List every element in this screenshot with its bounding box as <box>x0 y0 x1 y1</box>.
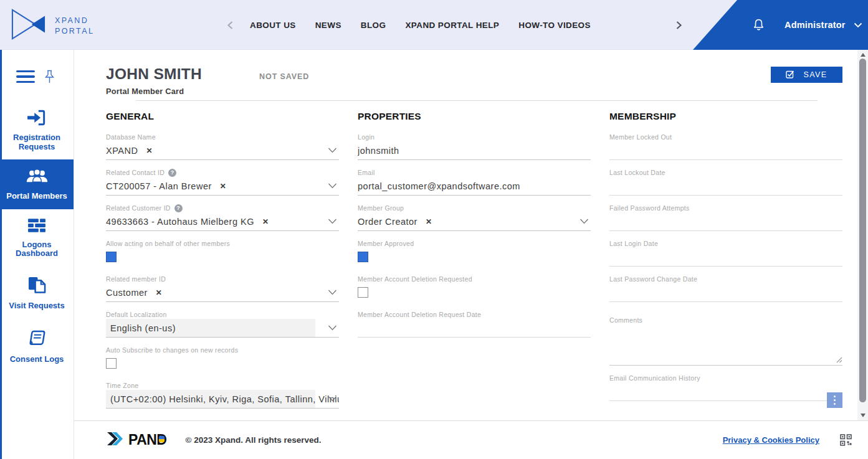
select-time-zone[interactable]: (UTC+02:00) Helsinki, Kyiv, Riga, Sofia,… <box>106 390 339 409</box>
field-label: Database Name <box>106 133 339 141</box>
resize-grip[interactable] <box>836 357 842 363</box>
select-related-contact-id[interactable]: CT200057 - Alan Brewer✕ <box>106 177 339 196</box>
field-label-text: Email Communication History <box>609 374 700 382</box>
chevron-down-icon[interactable] <box>328 219 337 224</box>
input-email[interactable]: portal_customer@xpandsoftware.com <box>358 177 591 196</box>
field-failed-password-attempts: Failed Password Attempts <box>609 204 842 231</box>
sidebar-item-consent-logs[interactable]: Consent Logs <box>0 320 74 374</box>
field-label: Allow acting on behalf of other members <box>106 239 339 248</box>
field-label: Member Approved <box>358 239 591 248</box>
vertical-scrollbar[interactable] <box>857 50 868 420</box>
textarea-comments[interactable] <box>609 324 842 366</box>
field-label-text: Default Localization <box>106 311 167 318</box>
input-login[interactable]: johnsmith <box>358 141 591 160</box>
chevron-down-icon[interactable] <box>579 219 589 224</box>
field-label-text: Login <box>358 133 374 141</box>
field-label: Auto Subscribe to changes on new records <box>106 346 339 354</box>
checkbox-auto-subscribe-to-changes-on-new-records[interactable] <box>106 358 117 369</box>
nav-item-xpand-portal-help[interactable]: XPAND PORTAL HELP <box>405 21 499 30</box>
chevron-down-icon[interactable] <box>328 290 337 295</box>
field-label: Comments <box>609 316 842 324</box>
sidebar-item-visit-requests[interactable]: Visit Requests <box>0 267 74 320</box>
sidebar-item-label: Consent Logs <box>10 355 64 364</box>
chevron-down-icon[interactable] <box>328 396 337 402</box>
input-member-account-deletion-request-date[interactable] <box>358 319 591 338</box>
select-member-group[interactable]: Order Creator✕ <box>358 212 591 231</box>
clear-icon[interactable]: ✕ <box>220 182 227 191</box>
footer-logo-chevrons-icon <box>106 430 127 450</box>
nav-item-blog[interactable]: BLOG <box>361 21 386 30</box>
field-email: Emailportal_customer@xpandsoftware.com <box>358 168 591 196</box>
user-menu: Administrator <box>693 0 868 50</box>
nav-item-news[interactable]: NEWS <box>315 21 341 30</box>
menu-hamburger-icon[interactable] <box>16 70 35 83</box>
save-check-icon <box>786 70 794 80</box>
field-label-text: Database Name <box>106 133 156 141</box>
field-label-text: Time Zone <box>106 382 139 389</box>
user-name[interactable]: Administrator <box>785 20 846 30</box>
input-last-password-change-date[interactable] <box>609 283 842 302</box>
save-label: SAVE <box>803 70 827 79</box>
chevron-down-icon[interactable] <box>328 325 337 331</box>
field-auto-subscribe-to-changes-on-new-records: Auto Subscribe to changes on new records <box>106 346 339 373</box>
input-failed-password-attempts[interactable] <box>609 212 842 231</box>
notifications-bell-icon[interactable] <box>751 17 766 33</box>
field-value: portal_customer@xpandsoftware.com <box>358 181 520 191</box>
checkbox-member-account-deletion-requested[interactable] <box>358 287 368 298</box>
help-icon[interactable]: ? <box>168 169 176 177</box>
book-icon <box>27 329 47 349</box>
scroll-up-icon[interactable] <box>861 53 866 57</box>
privacy-policy-link[interactable]: Privacy & Cookies Policy <box>723 435 819 445</box>
qr-code-icon[interactable] <box>840 434 852 446</box>
nav-item-how-to-videos[interactable]: HOW-TO VIDEOS <box>518 21 591 30</box>
field-label-text: Last Login Date <box>609 240 658 247</box>
checkbox-allow-acting-on-behalf-of-other-members[interactable] <box>106 252 117 262</box>
clear-icon[interactable]: ✕ <box>426 217 432 226</box>
field-login: Loginjohnsmith <box>358 133 591 160</box>
ukraine-flag-icon <box>159 436 165 442</box>
field-label: Default Localization <box>106 310 339 319</box>
sidebar-item-registration-requests[interactable]: Registration Requests <box>0 101 74 159</box>
sidebar-items: Registration RequestsPortal MembersLogon… <box>0 101 74 374</box>
field-label: Related member ID <box>106 275 339 283</box>
help-icon[interactable]: ? <box>174 204 183 212</box>
sidebar-item-label: Visit Requests <box>9 301 64 310</box>
sidebar-item-label: Portal Members <box>6 192 67 201</box>
chevron-down-icon[interactable] <box>328 183 337 189</box>
field-email-communication-history: Email Communication History <box>609 374 842 401</box>
nav-prev-icon[interactable] <box>227 21 234 30</box>
select-related-member-id[interactable]: Customer✕ <box>106 283 339 302</box>
save-button[interactable]: SAVE <box>771 67 842 83</box>
nav-item-about-us[interactable]: ABOUT US <box>250 21 296 30</box>
field-allow-acting-on-behalf-of-other-members: Allow acting on behalf of other members <box>106 239 339 267</box>
section-title: PROPERTIES <box>358 111 591 122</box>
content: JOHN SMITH NOT SAVED Portal Member Card … <box>74 50 857 419</box>
input-member-locked-out[interactable] <box>609 141 842 160</box>
footer-logo: PAND <box>106 430 166 450</box>
chevron-down-icon[interactable] <box>854 22 862 28</box>
more-options-button[interactable] <box>827 392 842 408</box>
chevron-down-icon[interactable] <box>328 148 337 153</box>
page-head: JOHN SMITH NOT SAVED Portal Member Card … <box>74 50 857 101</box>
field-label-text: Related Customer ID <box>106 204 171 212</box>
app-logo: XPAND PORTAL <box>11 8 94 43</box>
checkbox-member-approved[interactable] <box>358 252 368 262</box>
logons-icon <box>26 217 47 235</box>
section-properties: PROPERTIES LoginjohnsmithEmailportal_cus… <box>358 111 591 417</box>
nav-next-icon[interactable] <box>675 21 682 30</box>
field-member-group: Member GroupOrder Creator✕ <box>358 204 591 231</box>
clear-icon[interactable]: ✕ <box>146 146 153 155</box>
sidebar-item-portal-members[interactable]: Portal Members <box>0 159 74 209</box>
scroll-down-icon[interactable] <box>861 414 866 417</box>
select-default-localization[interactable]: English (en-us) <box>106 319 339 338</box>
clear-icon[interactable]: ✕ <box>156 288 163 297</box>
input-email-communication-history[interactable] <box>609 382 842 401</box>
sidebar-item-logons-dashboard[interactable]: Logons Dashboard <box>0 209 74 267</box>
pin-icon[interactable] <box>44 70 55 84</box>
select-database-name[interactable]: XPAND✕ <box>106 141 339 160</box>
scrollbar-thumb[interactable] <box>859 59 866 402</box>
select-related-customer-id[interactable]: 49633663 - Autohaus Mielberg KG✕ <box>106 212 339 231</box>
input-last-login-date[interactable] <box>609 248 842 267</box>
clear-icon[interactable]: ✕ <box>262 217 269 226</box>
input-last-lockout-date[interactable] <box>609 177 842 196</box>
